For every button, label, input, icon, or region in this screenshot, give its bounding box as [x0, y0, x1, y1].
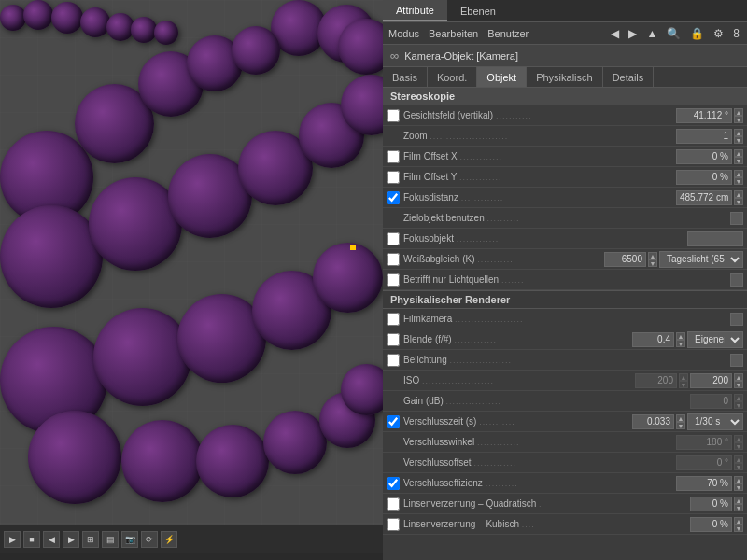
- settings-icon[interactable]: ⚙: [712, 25, 726, 42]
- belichtung-label: Belichtung ...................: [403, 355, 730, 365]
- toolbar-benutzer[interactable]: Benutzer: [487, 28, 529, 39]
- fokusobjekt-checkbox[interactable]: [387, 232, 400, 245]
- linsen-kub-input[interactable]: [690, 517, 732, 532]
- gesichtsfeld-value: ▲▼: [676, 108, 743, 123]
- filmkamera-checkbox[interactable]: [387, 313, 400, 326]
- blende-spinner[interactable]: ▲▼: [676, 332, 685, 347]
- fokusobjekt-input[interactable]: [687, 231, 743, 246]
- gesichtsfeld-checkbox[interactable]: [387, 109, 400, 122]
- fokusdistanz-spinner[interactable]: ▲▼: [734, 190, 743, 205]
- weissabgleich-checkbox[interactable]: [387, 253, 400, 266]
- verschlusszeit-spinner[interactable]: ▲▼: [676, 414, 685, 429]
- linsen-kub-checkbox[interactable]: [387, 518, 400, 531]
- nav-fwd-icon[interactable]: ▶: [627, 25, 639, 42]
- vp-play-btn[interactable]: ▶: [4, 531, 21, 548]
- tab-attribute[interactable]: Attribute: [383, 0, 447, 21]
- verschlussoffset-spinner: ▲▼: [734, 455, 743, 470]
- vp-light-btn[interactable]: ⚡: [161, 531, 177, 548]
- weissabgleich-input[interactable]: [604, 252, 646, 267]
- fokusobjekt-label: Fokusobjekt .............: [403, 233, 687, 244]
- properties-area[interactable]: Stereoskopie Gesichtsfeld (vertikal) ...…: [383, 88, 747, 560]
- verschlusseffizienz-input[interactable]: [676, 476, 732, 491]
- sphere: [131, 17, 157, 43]
- tab-koord[interactable]: Koord.: [428, 67, 477, 87]
- film-offset-y-label: Film Offset Y .............: [403, 172, 676, 182]
- verschlusszeit-checkbox[interactable]: [387, 415, 400, 428]
- tab-physikalisch[interactable]: Physikalisch: [527, 67, 603, 87]
- verschlusszeit-input[interactable]: [632, 414, 674, 429]
- weissabgleich-value: ▲▼ Tageslicht (6500 K): [604, 251, 743, 268]
- vp-prev-btn[interactable]: ◀: [43, 531, 60, 548]
- nav-up-icon[interactable]: ▲: [644, 25, 659, 42]
- toolbar-modus[interactable]: Modus: [388, 28, 419, 39]
- prop-verschlusszeit: Verschlusszeit (s) ........... ▲▼ 1/30 s: [383, 412, 747, 432]
- sphere: [28, 411, 121, 504]
- verschlusszeit-dropdown[interactable]: 1/30 s: [687, 413, 743, 430]
- filmkamera-value: [730, 313, 743, 326]
- verschlussoffset-input: [676, 455, 732, 470]
- gesichtsfeld-input[interactable]: [676, 108, 732, 123]
- gesichtsfeld-spinner[interactable]: ▲▼: [734, 108, 743, 123]
- betrifft-checkbox[interactable]: [387, 273, 400, 287]
- fokusdistanz-checkbox[interactable]: [387, 191, 400, 204]
- vp-camera-icon[interactable]: 📷: [121, 531, 138, 548]
- verschlusseffizienz-checkbox[interactable]: [387, 477, 400, 490]
- tab-ebenen[interactable]: Ebenen: [447, 0, 509, 21]
- fokusdistanz-input[interactable]: [676, 190, 732, 205]
- blende-checkbox[interactable]: [387, 333, 400, 346]
- section-stereoskopie: Stereoskopie: [383, 88, 747, 105]
- linsen-kub-spinner[interactable]: ▲▼: [734, 517, 743, 532]
- sphere: [196, 425, 269, 497]
- verschlussoffset-label: Verschlussoffset .............: [403, 457, 676, 468]
- film-offset-x-input[interactable]: [676, 149, 732, 164]
- linsen-quad-spinner[interactable]: ▲▼: [734, 497, 743, 511]
- gain-label: Gain (dB) .................: [403, 396, 690, 406]
- verschlusseffizienz-spinner[interactable]: ▲▼: [734, 476, 743, 491]
- zoom-spinner[interactable]: ▲▼: [734, 129, 743, 144]
- sphere: [93, 308, 191, 406]
- top-tab-bar: Attribute Ebenen: [383, 0, 747, 22]
- zoom-input[interactable]: [676, 129, 732, 144]
- prop-blende: Blende (f/#) ............. ▲▼ Eigener: [383, 329, 747, 350]
- iso-spinner2[interactable]: ▲▼: [734, 373, 743, 388]
- tab-basis[interactable]: Basis: [383, 67, 428, 87]
- betrifft-toggle[interactable]: [730, 273, 743, 287]
- vp-render-btn[interactable]: ⟳: [141, 531, 158, 548]
- sphere: [313, 243, 383, 313]
- lock-icon[interactable]: 🔒: [688, 25, 706, 42]
- 3d-viewport[interactable]: [0, 0, 383, 532]
- prop-zoom: Zoom ........................ ▲▼: [383, 126, 747, 147]
- filmkamera-toggle[interactable]: [730, 313, 743, 326]
- vp-next-btn[interactable]: ▶: [63, 531, 79, 548]
- film-offset-y-value: ▲▼: [676, 170, 743, 185]
- verschlusswinkel-label: Verschlusswinkel .............: [403, 437, 676, 447]
- tab-details[interactable]: Details: [603, 67, 655, 87]
- toolbar-bearbeiten[interactable]: Bearbeiten: [429, 28, 478, 39]
- linsen-quad-input[interactable]: [690, 497, 732, 511]
- film-offset-y-checkbox[interactable]: [387, 171, 400, 184]
- zielobjekt-toggle[interactable]: [730, 212, 743, 225]
- verschlusszeit-label: Verschlusszeit (s) ...........: [403, 416, 632, 427]
- film-offset-y-input[interactable]: [676, 170, 732, 185]
- iso-input2[interactable]: [690, 373, 732, 388]
- vp-list-btn[interactable]: ▤: [102, 531, 119, 548]
- film-offset-y-spinner[interactable]: ▲▼: [734, 170, 743, 185]
- prop-verschlusswinkel: Verschlusswinkel ............. ▲▼: [383, 432, 747, 453]
- sphere: [154, 21, 178, 45]
- belichtung-toggle[interactable]: [730, 354, 743, 367]
- vp-grid-btn[interactable]: ⊞: [82, 531, 99, 548]
- weissabgleich-dropdown[interactable]: Tageslicht (6500 K): [659, 251, 743, 268]
- linsen-quad-checkbox[interactable]: [387, 497, 400, 511]
- nav-back-icon[interactable]: ◀: [609, 25, 621, 42]
- tab-objekt[interactable]: Objekt: [477, 67, 527, 87]
- prop-gesichtsfeld: Gesichtsfeld (vertikal) ........... ▲▼: [383, 105, 747, 126]
- blende-dropdown[interactable]: Eigener: [687, 331, 743, 348]
- belichtung-checkbox[interactable]: [387, 354, 400, 367]
- film-offset-x-checkbox[interactable]: [387, 150, 400, 163]
- blende-input[interactable]: [632, 332, 674, 347]
- film-offset-x-spinner[interactable]: ▲▼: [734, 149, 743, 164]
- weissabgleich-spinner[interactable]: ▲▼: [648, 252, 657, 267]
- search-icon[interactable]: 🔍: [665, 25, 683, 42]
- prop-iso: ISO ...................... ▲▼ ▲▼: [383, 371, 747, 391]
- vp-stop-btn[interactable]: ■: [23, 531, 40, 548]
